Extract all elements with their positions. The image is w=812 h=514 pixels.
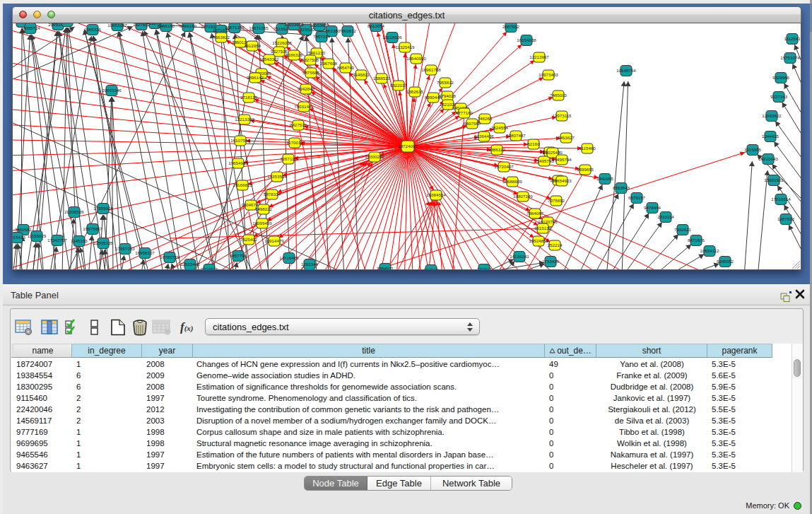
svg-text:5875685: 5875685 [302, 70, 320, 75]
svg-text:7515520: 7515520 [298, 27, 315, 32]
svg-text:3267110: 3267110 [280, 156, 297, 161]
svg-text:10025439: 10025439 [543, 150, 563, 155]
svg-text:11156829: 11156829 [28, 233, 47, 238]
svg-text:13716485: 13716485 [279, 255, 299, 260]
svg-text:18300295: 18300295 [365, 154, 384, 159]
svg-text:6579197: 6579197 [628, 195, 646, 200]
svg-text:9327508: 9327508 [302, 57, 319, 62]
svg-text:13495793: 13495793 [534, 158, 554, 163]
svg-text:6466160: 6466160 [180, 23, 197, 28]
svg-text:20053346: 20053346 [102, 88, 122, 93]
svg-text:1170012: 1170012 [286, 140, 303, 145]
svg-text:3624554: 3624554 [491, 125, 509, 130]
svg-text:2386322: 2386322 [488, 147, 506, 152]
svg-text:16671355: 16671355 [249, 25, 269, 30]
svg-text:12093822: 12093822 [762, 113, 782, 118]
svg-text:7884067: 7884067 [526, 211, 544, 216]
svg-text:1527602: 1527602 [133, 23, 151, 27]
svg-text:15692901: 15692901 [764, 177, 784, 182]
svg-text:12213302: 12213302 [235, 117, 254, 122]
svg-text:1362615: 1362615 [406, 89, 424, 94]
svg-text:8427512: 8427512 [290, 122, 307, 127]
svg-text:10973403: 10973403 [539, 72, 558, 77]
svg-text:7075692: 7075692 [548, 198, 565, 203]
svg-text:15226058: 15226058 [272, 40, 292, 45]
svg-text:7857224: 7857224 [313, 34, 331, 39]
svg-text:16543362: 16543362 [259, 57, 279, 62]
svg-text:9242848: 9242848 [298, 86, 315, 91]
svg-text:16099459: 16099459 [252, 221, 272, 226]
svg-text:19166825: 19166825 [233, 182, 252, 187]
svg-text:3850581: 3850581 [15, 227, 33, 232]
svg-text:12923446: 12923446 [180, 262, 200, 267]
svg-text:12973115: 12973115 [552, 113, 572, 118]
svg-text:746266: 746266 [478, 116, 493, 121]
svg-text:9463627: 9463627 [558, 135, 575, 140]
svg-text:10210643: 10210643 [758, 156, 778, 161]
svg-text:7584921: 7584921 [377, 266, 394, 269]
svg-text:19654923: 19654923 [552, 178, 572, 183]
svg-text:2967608: 2967608 [320, 61, 338, 66]
svg-text:19384554: 19384554 [426, 192, 446, 197]
svg-text:9329966: 9329966 [772, 75, 790, 80]
svg-text:10654112: 10654112 [700, 248, 719, 253]
svg-text:3912954: 3912954 [244, 43, 261, 48]
svg-text:14353594: 14353594 [267, 174, 287, 179]
svg-text:9857791: 9857791 [230, 253, 247, 258]
svg-text:1145193: 1145193 [71, 238, 88, 243]
svg-text:7485003: 7485003 [550, 93, 567, 98]
svg-text:7663822: 7663822 [213, 35, 230, 40]
svg-text:16914479: 16914479 [264, 238, 284, 243]
svg-text:19975867: 19975867 [83, 226, 102, 231]
svg-text:12213967: 12213967 [529, 54, 549, 59]
svg-text:6497568: 6497568 [464, 121, 481, 126]
svg-text:18724007: 18724007 [398, 144, 418, 148]
svg-text:6593843: 6593843 [613, 185, 630, 190]
svg-text:15751074: 15751074 [780, 55, 800, 60]
svg-text:14136141: 14136141 [510, 254, 529, 259]
svg-text:9474444: 9474444 [644, 205, 661, 210]
svg-text:7625402: 7625402 [240, 237, 258, 242]
svg-text:8186328: 8186328 [286, 52, 303, 57]
svg-text:16154838: 16154838 [517, 37, 536, 42]
svg-text:6466160: 6466160 [158, 23, 175, 28]
svg-text:16107554: 16107554 [230, 138, 250, 143]
svg-text:8454749: 8454749 [337, 65, 355, 70]
svg-text:131617: 131617 [477, 267, 492, 269]
svg-text:1292344: 1292344 [301, 262, 319, 267]
svg-text:16033809: 16033809 [284, 23, 304, 27]
svg-text:1733426: 1733426 [542, 259, 560, 264]
svg-text:9227343: 9227343 [770, 94, 788, 99]
svg-text:78031441: 78031441 [294, 104, 314, 109]
svg-text:7932621: 7932621 [674, 227, 692, 232]
svg-text:17342757: 17342757 [47, 238, 67, 243]
svg-text:12505135: 12505135 [93, 240, 113, 245]
svg-text:9777169: 9777169 [456, 110, 473, 115]
svg-text:17359924: 17359924 [93, 206, 113, 211]
svg-text:1440995: 1440995 [596, 176, 614, 181]
svg-text:9896142: 9896142 [247, 75, 264, 80]
svg-text:8471676: 8471676 [688, 238, 705, 243]
svg-text:5498222: 5498222 [255, 206, 273, 211]
svg-text:3215955: 3215955 [744, 147, 762, 152]
svg-text:10653267: 10653267 [107, 23, 127, 28]
svg-text:2933114: 2933114 [657, 214, 674, 219]
svg-text:10688609: 10688609 [502, 179, 522, 184]
svg-text:3915413: 3915413 [13, 235, 26, 240]
svg-text:16782759: 16782759 [160, 255, 180, 259]
svg-text:9974033: 9974033 [201, 267, 218, 269]
svg-text:8322037: 8322037 [390, 83, 408, 88]
svg-text:9146821: 9146821 [353, 72, 370, 77]
svg-text:10648764: 10648764 [616, 68, 636, 73]
svg-text:2687652: 2687652 [502, 24, 520, 29]
svg-text:1244415: 1244415 [762, 134, 779, 139]
svg-text:924505: 924505 [424, 267, 439, 269]
svg-text:14055724: 14055724 [20, 25, 40, 30]
svg-text:6794028: 6794028 [439, 93, 457, 98]
svg-text:19654985: 19654985 [228, 160, 248, 165]
svg-text:16671355: 16671355 [225, 25, 245, 30]
svg-text:16958107: 16958107 [135, 250, 155, 255]
svg-text:17957253: 17957253 [115, 246, 135, 251]
svg-text:16961758: 16961758 [421, 67, 441, 72]
svg-text:20206526: 20206526 [64, 209, 84, 214]
